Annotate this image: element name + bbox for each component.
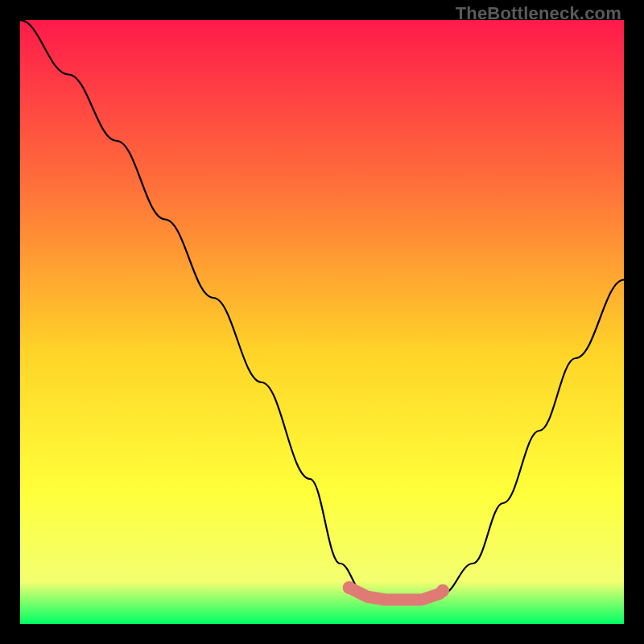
chart-svg <box>20 20 624 624</box>
watermark-text: TheBottleneck.com <box>456 3 621 24</box>
chart-container: TheBottleneck.com <box>0 0 644 644</box>
gradient-background <box>20 20 624 624</box>
marker-dot <box>436 584 449 597</box>
plot-area <box>20 20 624 624</box>
marker-dot <box>343 581 356 594</box>
